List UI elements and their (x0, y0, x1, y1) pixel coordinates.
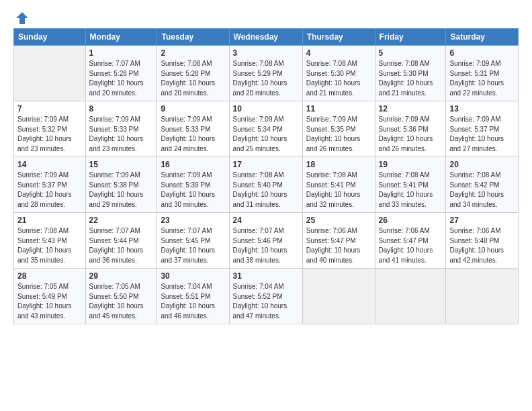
calendar-cell: 21Sunrise: 7:08 AMSunset: 5:43 PMDayligh… (14, 213, 86, 269)
day-header-sunday: Sunday (14, 29, 86, 46)
day-number: 7 (17, 104, 82, 113)
day-number: 31 (233, 271, 299, 281)
day-number: 4 (306, 48, 371, 58)
week-row-4: 28Sunrise: 7:05 AMSunset: 5:49 PMDayligh… (14, 269, 519, 324)
day-number: 23 (161, 216, 225, 225)
calendar-cell: 24Sunrise: 7:07 AMSunset: 5:46 PMDayligh… (229, 213, 302, 269)
calendar-cell: 29Sunrise: 7:05 AMSunset: 5:50 PMDayligh… (85, 269, 157, 324)
calendar-cell: 5Sunrise: 7:08 AMSunset: 5:30 PMDaylight… (375, 46, 446, 101)
day-info: Sunrise: 7:07 AMSunset: 5:46 PMDaylight:… (233, 226, 299, 265)
day-info: Sunrise: 7:09 AMSunset: 5:34 PMDaylight:… (233, 115, 299, 154)
calendar: SundayMondayTuesdayWednesdayThursdayFrid… (13, 28, 519, 324)
day-header-monday: Monday (85, 29, 157, 46)
calendar-cell: 1Sunrise: 7:07 AMSunset: 5:28 PMDaylight… (85, 46, 157, 101)
calendar-cell: 4Sunrise: 7:08 AMSunset: 5:30 PMDaylight… (302, 46, 375, 101)
day-number: 10 (233, 104, 299, 113)
week-row-1: 7Sunrise: 7:09 AMSunset: 5:32 PMDaylight… (14, 101, 519, 157)
day-info: Sunrise: 7:09 AMSunset: 5:31 PMDaylight:… (449, 59, 515, 98)
day-number: 15 (89, 160, 154, 169)
day-info: Sunrise: 7:06 AMSunset: 5:47 PMDaylight:… (379, 226, 443, 265)
calendar-cell: 7Sunrise: 7:09 AMSunset: 5:32 PMDaylight… (14, 101, 86, 157)
calendar-cell: 6Sunrise: 7:09 AMSunset: 5:31 PMDaylight… (446, 46, 519, 101)
day-number: 1 (89, 48, 154, 58)
calendar-header: SundayMondayTuesdayWednesdayThursdayFrid… (14, 29, 519, 46)
day-number: 14 (17, 160, 82, 169)
calendar-cell: 22Sunrise: 7:07 AMSunset: 5:44 PMDayligh… (85, 213, 157, 269)
day-number: 26 (379, 216, 443, 225)
calendar-cell: 31Sunrise: 7:04 AMSunset: 5:52 PMDayligh… (229, 269, 302, 324)
calendar-cell (375, 269, 446, 324)
day-info: Sunrise: 7:08 AMSunset: 5:41 PMDaylight:… (379, 171, 443, 210)
week-row-3: 21Sunrise: 7:08 AMSunset: 5:43 PMDayligh… (14, 213, 519, 269)
day-info: Sunrise: 7:06 AMSunset: 5:47 PMDaylight:… (306, 226, 371, 265)
logo (13, 11, 30, 23)
day-header-friday: Friday (375, 29, 446, 46)
day-info: Sunrise: 7:08 AMSunset: 5:30 PMDaylight:… (379, 59, 443, 98)
day-number: 28 (17, 271, 82, 281)
day-info: Sunrise: 7:04 AMSunset: 5:52 PMDaylight:… (233, 282, 299, 321)
day-info: Sunrise: 7:08 AMSunset: 5:30 PMDaylight:… (306, 59, 371, 98)
calendar-cell: 26Sunrise: 7:06 AMSunset: 5:47 PMDayligh… (375, 213, 446, 269)
day-number: 17 (233, 160, 299, 169)
day-number: 5 (379, 48, 443, 58)
day-number: 22 (89, 216, 154, 225)
calendar-cell: 8Sunrise: 7:09 AMSunset: 5:33 PMDaylight… (85, 101, 157, 157)
calendar-cell: 15Sunrise: 7:09 AMSunset: 5:38 PMDayligh… (85, 157, 157, 213)
day-number: 21 (17, 216, 82, 225)
calendar-cell (302, 269, 375, 324)
day-info: Sunrise: 7:09 AMSunset: 5:37 PMDaylight:… (449, 115, 515, 154)
day-info: Sunrise: 7:08 AMSunset: 5:40 PMDaylight:… (233, 171, 299, 210)
day-info: Sunrise: 7:05 AMSunset: 5:50 PMDaylight:… (89, 282, 154, 321)
day-info: Sunrise: 7:05 AMSunset: 5:49 PMDaylight:… (17, 282, 82, 321)
calendar-body: 1Sunrise: 7:07 AMSunset: 5:28 PMDaylight… (14, 46, 519, 324)
day-info: Sunrise: 7:08 AMSunset: 5:42 PMDaylight:… (449, 171, 515, 210)
calendar-cell: 18Sunrise: 7:08 AMSunset: 5:41 PMDayligh… (302, 157, 375, 213)
week-row-2: 14Sunrise: 7:09 AMSunset: 5:37 PMDayligh… (14, 157, 519, 213)
logo-icon (15, 11, 30, 26)
days-header-row: SundayMondayTuesdayWednesdayThursdayFrid… (14, 29, 519, 46)
day-number: 20 (449, 160, 515, 169)
day-info: Sunrise: 7:08 AMSunset: 5:29 PMDaylight:… (233, 59, 299, 98)
day-number: 29 (89, 271, 154, 281)
week-row-0: 1Sunrise: 7:07 AMSunset: 5:28 PMDaylight… (14, 46, 519, 101)
calendar-cell (446, 269, 519, 324)
header (13, 11, 519, 23)
day-header-saturday: Saturday (446, 29, 519, 46)
day-number: 6 (449, 48, 515, 58)
calendar-cell: 30Sunrise: 7:04 AMSunset: 5:51 PMDayligh… (157, 269, 229, 324)
day-info: Sunrise: 7:08 AMSunset: 5:28 PMDaylight:… (161, 59, 225, 98)
day-info: Sunrise: 7:04 AMSunset: 5:51 PMDaylight:… (161, 282, 225, 321)
day-info: Sunrise: 7:09 AMSunset: 5:38 PMDaylight:… (89, 171, 154, 210)
day-number: 24 (233, 216, 299, 225)
day-info: Sunrise: 7:09 AMSunset: 5:36 PMDaylight:… (379, 115, 443, 154)
day-info: Sunrise: 7:08 AMSunset: 5:43 PMDaylight:… (17, 226, 82, 265)
calendar-cell: 9Sunrise: 7:09 AMSunset: 5:33 PMDaylight… (157, 101, 229, 157)
day-number: 18 (306, 160, 371, 169)
day-info: Sunrise: 7:08 AMSunset: 5:41 PMDaylight:… (306, 171, 371, 210)
day-header-wednesday: Wednesday (229, 29, 302, 46)
calendar-cell: 25Sunrise: 7:06 AMSunset: 5:47 PMDayligh… (302, 213, 375, 269)
calendar-cell: 12Sunrise: 7:09 AMSunset: 5:36 PMDayligh… (375, 101, 446, 157)
day-info: Sunrise: 7:07 AMSunset: 5:28 PMDaylight:… (89, 59, 154, 98)
day-number: 25 (306, 216, 371, 225)
day-number: 19 (379, 160, 443, 169)
day-header-thursday: Thursday (302, 29, 375, 46)
day-number: 11 (306, 104, 371, 113)
day-info: Sunrise: 7:09 AMSunset: 5:33 PMDaylight:… (161, 115, 225, 154)
day-info: Sunrise: 7:06 AMSunset: 5:48 PMDaylight:… (449, 226, 515, 265)
calendar-cell: 20Sunrise: 7:08 AMSunset: 5:42 PMDayligh… (446, 157, 519, 213)
day-info: Sunrise: 7:09 AMSunset: 5:33 PMDaylight:… (89, 115, 154, 154)
calendar-cell: 3Sunrise: 7:08 AMSunset: 5:29 PMDaylight… (229, 46, 302, 101)
day-number: 2 (161, 48, 225, 58)
day-info: Sunrise: 7:07 AMSunset: 5:45 PMDaylight:… (161, 226, 225, 265)
calendar-cell: 13Sunrise: 7:09 AMSunset: 5:37 PMDayligh… (446, 101, 519, 157)
day-info: Sunrise: 7:07 AMSunset: 5:44 PMDaylight:… (89, 226, 154, 265)
calendar-cell: 2Sunrise: 7:08 AMSunset: 5:28 PMDaylight… (157, 46, 229, 101)
day-number: 13 (449, 104, 515, 113)
calendar-cell: 23Sunrise: 7:07 AMSunset: 5:45 PMDayligh… (157, 213, 229, 269)
day-number: 27 (449, 216, 515, 225)
calendar-cell: 16Sunrise: 7:09 AMSunset: 5:39 PMDayligh… (157, 157, 229, 213)
calendar-cell: 10Sunrise: 7:09 AMSunset: 5:34 PMDayligh… (229, 101, 302, 157)
day-number: 16 (161, 160, 225, 169)
day-number: 12 (379, 104, 443, 113)
